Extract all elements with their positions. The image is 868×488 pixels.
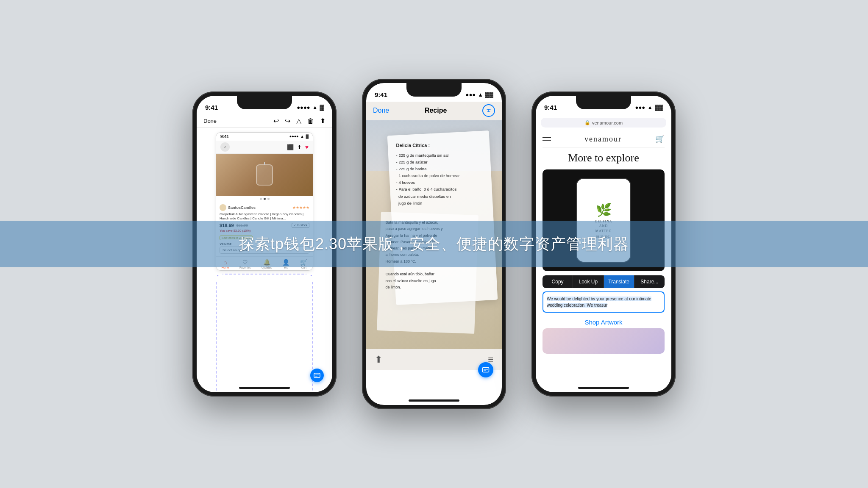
recipe-title: Delicia Cítrica : <box>396 141 484 150</box>
recipe-line-1: - 225 g de mantequilla sin sal <box>396 152 484 159</box>
home-indicator-3 <box>578 387 629 389</box>
recipe-line-4: - 1 cucharadita de polvo de hornear <box>396 172 484 179</box>
rating-stars: ★★★★★ <box>292 205 309 210</box>
signal-icon-2: ●●● <box>466 92 476 98</box>
blue-product-card[interactable] <box>542 328 665 354</box>
botanical-icon: 🌿 <box>595 202 612 217</box>
nested-right-icons: ⬛ ⬆ ♥ <box>287 144 309 150</box>
home-indicator-1 <box>239 387 290 389</box>
undo-icon[interactable]: ↩ <box>273 117 279 125</box>
wifi-icon-3: ▲ <box>647 104 653 111</box>
toolbar-title-2: Recipe <box>425 107 447 114</box>
dot-1 <box>260 198 262 200</box>
nested-time: 9:41 <box>220 134 229 139</box>
recipe-line-7: de azúcar medio disueltas en <box>396 193 484 200</box>
status-icons-3: ●●● ▲ ▓▓ <box>635 104 663 111</box>
recipe-step-8: Cuando esté aún tibio, bañar <box>385 271 471 277</box>
redo-icon[interactable]: ↪ <box>285 117 290 125</box>
recipe-line-5: - 4 huevos <box>396 179 484 186</box>
battery-icon: ▓ <box>320 104 324 111</box>
markup-icon[interactable]: △ <box>296 117 301 125</box>
product-dots <box>216 196 313 202</box>
hamburger-line-1 <box>542 137 551 138</box>
status-time-2: 9:41 <box>375 91 387 98</box>
venamour-header: venamour 🛒 <box>542 131 665 147</box>
seller-name: SantosCandles <box>228 205 256 210</box>
svg-rect-3 <box>483 368 489 372</box>
wifi-icon-2: ▲ <box>478 92 483 98</box>
recipe-step-9: con el azúcar disuelto en jugo <box>385 278 471 284</box>
hamburger-menu[interactable] <box>542 137 551 141</box>
wifi-icon: ▲ <box>312 104 318 111</box>
phone2-toolbar: Done Recipe <box>366 102 502 120</box>
status-icons-1: ●●●● ▲ ▓ <box>297 104 324 111</box>
banner-text: 探索tp钱包2.30苹果版，安全、便捷的数字资产管理利器 <box>239 234 629 255</box>
live-text-button-2[interactable] <box>478 362 493 377</box>
shop-artwork-link[interactable]: Shop Artwork <box>536 316 671 328</box>
share-icon[interactable]: ⬆ <box>320 117 326 125</box>
nested-nav: ‹ ⬛ ⬆ ♥ <box>216 141 313 154</box>
status-time-3: 9:41 <box>544 104 557 111</box>
nested-wifi: ▲ <box>300 134 304 139</box>
delete-icon[interactable]: 🗑 <box>307 117 314 125</box>
seller-avatar <box>220 204 226 211</box>
status-time-1: 9:41 <box>205 104 218 111</box>
live-text-button-1[interactable] <box>310 369 324 382</box>
favorite-icon[interactable]: ♥ <box>305 144 309 150</box>
handwriting-text: Delicia Cítrica : - 225 g de mantequilla… <box>396 141 484 207</box>
selected-text: We would be delighted by your presence a… <box>547 297 651 308</box>
url-text: venamour.com <box>592 120 623 125</box>
scan-frame <box>216 274 313 392</box>
scan-corner-tl <box>216 274 223 280</box>
page-title: More to explore <box>542 152 665 164</box>
status-icons-2: ●●● ▲ ▓▓ <box>466 92 493 98</box>
promotional-banner: 探索tp钱包2.30苹果版，安全、便捷的数字资产管理利器 <box>0 221 868 267</box>
phone-notch-2 <box>406 83 462 97</box>
selected-text-area: We would be delighted by your presence a… <box>542 291 665 313</box>
nested-status: 9:41 ●●●● ▲ ▓ <box>216 133 313 141</box>
battery-icon-3: ▓▓ <box>655 104 663 111</box>
battery-icon-2: ▓▓ <box>485 92 493 98</box>
context-menu-bar: Copy Look Up Translate Share... <box>542 275 665 288</box>
signal-icon-3: ●●● <box>635 104 645 111</box>
recipe-step-10: de limón. <box>385 284 471 291</box>
nested-signal: ●●●● <box>289 134 299 139</box>
phone-notch <box>237 96 292 109</box>
nested-battery: ▓ <box>306 134 309 139</box>
recipe-line-3: - 225 g de harina <box>396 166 484 172</box>
translate-menu-item[interactable]: Translate <box>604 275 634 288</box>
candle-image <box>256 164 273 186</box>
cart-icon-ph3: 🛒 <box>655 135 665 143</box>
signal-icon: ●●●● <box>297 104 310 111</box>
hamburger-line-2 <box>542 140 551 141</box>
phone-notch-3 <box>576 96 631 109</box>
done-button-1[interactable]: Done <box>203 118 217 124</box>
svg-rect-0 <box>314 373 320 377</box>
recipe-line-6: - Para el baño: 3 ó 4 cucharaditos <box>396 186 484 193</box>
done-button-2[interactable]: Done <box>373 107 389 114</box>
cart-button[interactable]: 🛒 <box>655 134 665 144</box>
lock-icon: 🔒 <box>584 120 590 125</box>
product-title: Grapefruit & Mangosteen Candle | Vegan S… <box>220 212 309 221</box>
scan-corner-tr <box>306 274 313 280</box>
product-image <box>216 154 313 196</box>
back-button[interactable]: ‹ <box>220 142 230 152</box>
url-bar[interactable]: 🔒 venamour.com <box>541 118 666 128</box>
seller-row: SantosCandles ★★★★★ <box>220 204 309 211</box>
dot-2 <box>264 198 266 200</box>
lookup-menu-item[interactable]: Look Up <box>573 275 604 288</box>
recipe-line-8: jugo de limón <box>396 200 484 207</box>
copy-menu-item[interactable]: Copy <box>542 275 573 288</box>
share-icon-nested[interactable]: ⬛ <box>287 144 294 150</box>
home-indicator-2 <box>409 399 459 402</box>
dot-3 <box>267 198 270 200</box>
brand-logo[interactable]: venamour <box>584 135 622 144</box>
share-menu-item[interactable]: Share... <box>634 275 665 288</box>
upload-icon-nested[interactable]: ⬆ <box>297 144 302 150</box>
translation-icon[interactable] <box>482 104 495 117</box>
recipe-line-2: - 225 g de azúcar <box>396 159 484 166</box>
share-bottom-icon[interactable]: ⬆ <box>375 354 382 365</box>
phone1-toolbar: Done ↩ ↪ △ 🗑 ⬆ <box>197 114 332 128</box>
toolbar-icons: ↩ ↪ △ 🗑 ⬆ <box>273 117 326 125</box>
